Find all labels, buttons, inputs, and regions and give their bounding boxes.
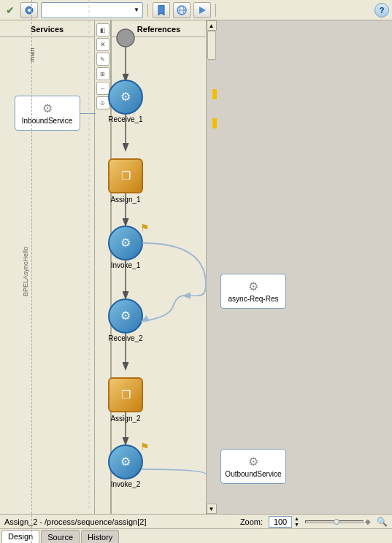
svg-line-16 (142, 320, 144, 321)
scroll-thumb[interactable] (207, 31, 216, 60)
gear-icon-2: ⚙ (248, 455, 258, 469)
svg-text:⚙: ⚙ (120, 309, 131, 322)
invoke2-label: Invoke_2 (111, 480, 141, 488)
invoke2-flag: ⚑ (140, 441, 150, 452)
svg-text:❐: ❐ (121, 169, 131, 182)
svg-text:❐: ❐ (121, 388, 131, 401)
canvas-inner: BPELAsyncHello main ⚙ Receive_1 ❐ (16, 20, 392, 514)
svg-text:⚙: ⚙ (120, 455, 131, 468)
outbound-ref-box[interactable]: ⚙ OutboundService (220, 449, 286, 484)
outbound-ref-container: ⚙ OutboundService (220, 449, 286, 484)
zoom-slider-thumb[interactable] (334, 519, 339, 525)
right-scrollbar: ▲ ▼ (206, 20, 216, 514)
zoom-slider-track[interactable] (305, 520, 364, 523)
scroll-marker-2 (212, 118, 217, 128)
async-ref-label: async-Req-Res (228, 295, 279, 303)
canvas-area[interactable]: BPELAsyncHello main ⚙ Receive_1 ❐ (16, 20, 392, 514)
invoke1-flag: ⚑ (140, 222, 150, 234)
outbound-ref-label: OutboundService (225, 470, 281, 478)
bpel-label: BPELAsyncHello (23, 247, 30, 296)
scroll-marker-1 (212, 89, 217, 99)
main-area: Services ⚙ InboundService ◧ ✕ ✎ ⊞ ↔ ⊙ BP… (0, 20, 392, 514)
svg-text:⚙: ⚙ (120, 236, 131, 249)
scroll-track[interactable] (207, 31, 217, 504)
svg-text:⚙: ⚙ (120, 90, 131, 103)
start-node (117, 29, 134, 47)
check-icon: ✔ (3, 3, 18, 18)
async-ref-container: ⚙ async-Req-Res (220, 274, 286, 309)
gear-icon: ⚙ (248, 280, 258, 293)
flow-diagram: ⚙ Receive_1 ❐ Assign_1 ⚙ Invoke_1 ⚑ (31, 20, 301, 511)
async-ref-box[interactable]: ⚙ async-Req-Res (220, 274, 286, 309)
